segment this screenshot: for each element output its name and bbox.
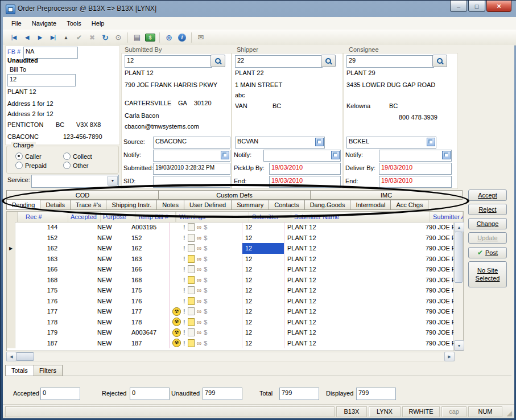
cell-submitter-name[interactable]: PLANT 12 [284,317,423,328]
lookup-icon[interactable] [315,138,324,146]
web-icon[interactable]: ⊕ [163,31,175,44]
horizontal-scrollbar[interactable]: ◀ ▶ [6,352,455,361]
charge-radio-prepaid[interactable]: Prepaid [15,162,47,169]
cell-submitter-name[interactable]: PLANT 12 [284,222,423,233]
charge-radio-caller[interactable]: Caller [15,153,42,160]
cell-warnings[interactable]: ☢ ! ∞ $ [169,296,242,307]
cell-submitter-address[interactable]: 790 JOE FRANK H [423,243,454,254]
lookup-icon[interactable] [331,151,340,159]
cell-submitter-address[interactable]: 790 JOE FRANK H [423,338,454,349]
cell-submitter[interactable]: 12 [242,243,284,254]
lookup-icon[interactable] [221,151,229,159]
shipper-id-field[interactable]: 22 [235,55,323,68]
vertical-scrollbar[interactable]: ▲ ▼ [453,222,463,351]
cell-submitter[interactable]: 12 [242,222,284,233]
cell-accepted[interactable] [63,275,95,286]
table-row[interactable]: 168 NEW 168 ☢ ! ∞ $ 12 PLANT 12 790 JOE … [7,275,454,286]
reject-button[interactable]: Reject [468,204,507,215]
cell-submitter-name[interactable]: PLANT 12 [284,275,423,286]
table-row[interactable]: 178 NEW 178 ☢ ! ∞ $ 12 PLANT 12 790 JOE … [7,317,454,328]
source-field[interactable]: CBACONC [153,137,230,149]
close-button[interactable]: × [486,1,511,12]
cell-accepted[interactable] [63,296,95,307]
cell-submitter[interactable]: 12 [242,327,284,338]
shipper-code-field[interactable]: BCVAN [235,137,325,149]
cell-temp-bill[interactable]: 176 [129,296,169,307]
cell-submitter[interactable]: 12 [242,264,284,275]
tab-user-defined[interactable]: User Defined [184,200,232,210]
menu-tools[interactable]: Tools [61,18,86,28]
tab-filters[interactable]: Filters [33,365,63,376]
update-button[interactable]: Update [468,232,507,244]
tab-interm odal[interactable]: Intermodal [350,200,391,210]
cell-submitter-address[interactable]: 790 JOE FRANK H [423,317,454,328]
table-row[interactable]: 152 NEW 152 ☢ ! ∞ $ 12 PLANT 12 790 JOE … [7,233,454,244]
consignee-end-field[interactable]: 19/03/2010 [379,176,452,188]
cell-accepted[interactable] [63,222,95,233]
menu-help[interactable]: Help [86,18,110,28]
confirm-icon[interactable]: ✔ [73,31,85,44]
cell-submitter-name[interactable]: PLANT 12 [284,264,423,275]
refresh-icon[interactable]: ↻ [99,31,112,44]
cell-purpose[interactable]: NEW [95,233,129,244]
consignee-code-field[interactable]: BCKEL [346,137,436,149]
cell-submitter[interactable]: 12 [242,306,284,317]
pickup-by-field[interactable]: 19/03/2010 [269,163,341,175]
cell-submitter-address[interactable]: 790 JOE FRANK H [423,233,454,244]
table-row[interactable]: 163 NEW 163 ☢ ! ∞ $ 12 PLANT 12 790 JOE … [7,254,454,265]
cell-temp-bill[interactable]: 152 [129,233,169,244]
cell-submitter-name[interactable]: PLANT 12 [284,233,423,244]
tab-acc-chgs[interactable]: Acc Chgs [391,200,428,210]
chevron-down-icon[interactable]: ▼ [108,176,118,186]
cell-submitter[interactable]: 12 [242,296,284,307]
cell-submitter-name[interactable]: PLANT 12 [284,243,423,254]
cell-temp-bill[interactable]: 178 [129,317,169,328]
cell-purpose[interactable]: NEW [95,306,129,317]
no-site-selected-button[interactable]: No Site Selected [468,261,507,287]
tab-totals[interactable]: Totals [5,365,34,376]
cell-temp-bill[interactable]: A003195 [129,222,169,233]
unaudited-total-field[interactable]: 799 [203,388,242,400]
scroll-down-button[interactable]: ▼ [454,340,464,351]
titlebar[interactable]: Order Preprocessor @ B13X => B13X [LYNX]… [1,1,516,17]
cell-submitter-name[interactable]: PLANT 12 [284,327,423,338]
cell-warnings[interactable]: ☢ ! ∞ $ [169,254,242,265]
grid-header-rec[interactable]: Rec # [18,212,68,222]
charge-radio-other[interactable]: Other [63,162,89,169]
scroll-up-button[interactable]: ▲ [454,222,464,232]
table-row[interactable]: 175 NEW 175 ☢ ! ∞ $ 12 PLANT 12 790 JOE … [7,285,454,296]
cell-rec[interactable]: 176 [15,296,63,307]
tab-shipping-instr[interactable]: Shipping Instr. [106,200,157,210]
cell-purpose[interactable]: NEW [95,264,129,275]
cell-warnings[interactable]: ☢ ! ∞ $ [169,264,242,275]
table-row[interactable]: 187 NEW 187 ☢ ! ∞ $ 12 PLANT 12 790 JOE … [7,338,454,349]
tab-summary[interactable]: Summary [232,200,269,210]
table-row[interactable]: 176 NEW 176 ☢ ! ∞ $ 12 PLANT 12 790 JOE … [7,296,454,307]
cell-purpose[interactable]: NEW [95,317,129,328]
cell-rec[interactable]: 152 [15,233,63,244]
consignee-notify-field[interactable] [379,150,452,162]
cell-warnings[interactable]: ☢ ! ∞ $ [169,317,242,328]
service-dropdown[interactable]: ▼ [31,175,119,188]
grid-header-purpose[interactable]: Purpose [101,212,135,222]
last-record-icon[interactable]: ▶| [47,31,59,44]
maximize-button[interactable]: □ [468,1,485,12]
tab-contacts[interactable]: Contacts [269,200,304,210]
cell-submitter-address[interactable]: 790 JOE FRANK H [423,254,454,265]
cell-submitter-name[interactable]: PLANT 12 [284,254,423,265]
cell-purpose[interactable]: NEW [95,296,129,307]
tab-notes[interactable]: Notes [157,200,184,210]
lookup-icon[interactable] [442,151,451,159]
horizontal-scroll-thumb[interactable] [16,352,34,361]
cell-accepted[interactable] [63,285,95,296]
displayed-total-field[interactable]: 799 [356,388,396,400]
accept-button[interactable]: Accept [468,190,507,201]
cell-warnings[interactable]: ☢ ! ∞ $ [169,243,242,254]
cell-purpose[interactable]: NEW [95,275,129,286]
consignee-search-button[interactable] [432,55,447,67]
tab-pending[interactable]: Pending [6,199,40,210]
cell-warnings[interactable]: ☢ ! ∞ $ [169,275,242,286]
grid-header-submitter[interactable]: Submitter [249,212,291,222]
tab-dang-goods[interactable]: Dang.Goods [305,200,351,210]
cell-submitter-address[interactable]: 790 JOE FRANK H [423,306,454,317]
